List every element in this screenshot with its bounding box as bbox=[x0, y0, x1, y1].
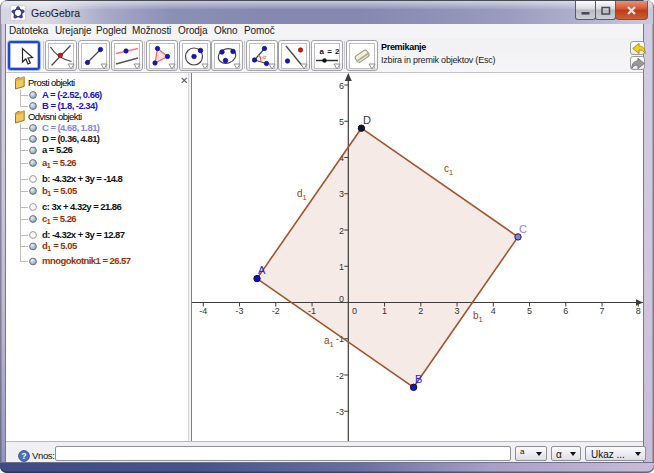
svg-text:c1: c1 bbox=[444, 163, 453, 177]
svg-text:3: 3 bbox=[339, 189, 344, 199]
svg-text:6: 6 bbox=[563, 306, 568, 316]
svg-text:a = 2: a = 2 bbox=[320, 47, 340, 56]
svg-text:B: B bbox=[415, 373, 422, 385]
svg-text:2: 2 bbox=[418, 306, 423, 316]
svg-text:b1: b1 bbox=[473, 310, 483, 324]
svg-text:d1: d1 bbox=[297, 188, 307, 202]
svg-text:8: 8 bbox=[636, 306, 641, 316]
svg-text:-3: -3 bbox=[236, 306, 244, 316]
svg-text:1: 1 bbox=[339, 262, 344, 272]
svg-text:-2: -2 bbox=[336, 371, 344, 381]
svg-text:?: ? bbox=[22, 452, 27, 461]
svg-text:-3: -3 bbox=[336, 407, 344, 417]
svg-text:5: 5 bbox=[339, 117, 344, 127]
svg-text:0: 0 bbox=[339, 294, 344, 304]
svg-text:D: D bbox=[363, 114, 371, 126]
svg-text:a1: a1 bbox=[324, 335, 334, 349]
svg-text:6: 6 bbox=[339, 81, 344, 91]
svg-text:1: 1 bbox=[382, 306, 387, 316]
svg-text:-2: -2 bbox=[272, 306, 280, 316]
svg-text:α: α bbox=[263, 53, 267, 61]
svg-text:7: 7 bbox=[600, 306, 605, 316]
svg-text:4: 4 bbox=[491, 306, 496, 316]
svg-text:0: 0 bbox=[352, 306, 357, 316]
svg-text:-4: -4 bbox=[199, 306, 207, 316]
svg-text:2: 2 bbox=[339, 226, 344, 236]
svg-text:A: A bbox=[258, 264, 266, 276]
svg-text:3: 3 bbox=[455, 306, 460, 316]
svg-text:5: 5 bbox=[527, 306, 532, 316]
svg-text:C: C bbox=[519, 223, 527, 235]
